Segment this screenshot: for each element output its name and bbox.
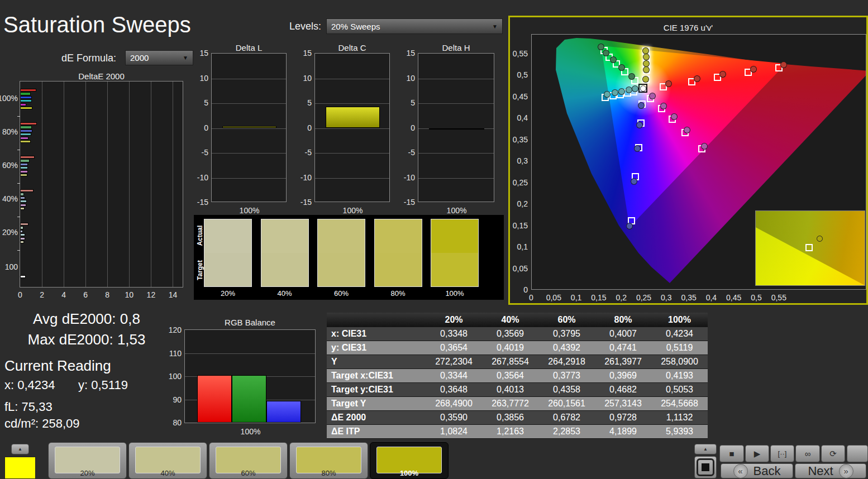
gridline [315,103,389,104]
cie-diagram-panel: CIE 1976 u'v' 0,550,50,450,40,350,30,250… [508,16,868,305]
scroll-up-button[interactable]: ▲ [11,444,29,454]
levels-dropdown[interactable]: 20% Sweeps ▼ [326,18,503,34]
x-label: 100% [315,206,390,215]
panel-up-button[interactable]: ▲ [694,444,717,454]
back-button[interactable]: « Back [721,463,793,478]
play-button[interactable]: ▶ [745,445,769,462]
delta-bar [429,128,484,130]
deltae-bar-40%-0 [20,189,34,192]
target-row-label: Target [196,256,204,284]
y-tick: -10 [396,173,415,182]
table-cell: 0,3590 [426,411,482,424]
deltae-bar-20%-1 [20,226,23,229]
gridline [212,153,286,154]
de-formula-dropdown[interactable]: 2000 ▼ [125,50,193,65]
cie-y-tick: 0,25 [508,178,528,187]
gridline [315,79,389,79]
range-button[interactable]: [··] [770,445,794,462]
table-cell: 0,4682 [595,383,651,396]
table-cell: 0,3795 [538,327,595,341]
y-tick: 5 [293,98,312,107]
cie-title: CIE 1976 u'v' [510,23,866,32]
patch-button-label: 80% [290,469,368,477]
deltae-bar-40%-4 [20,204,26,207]
deltae-bar-80%-0 [20,122,37,125]
deltae-bar-100%-0 [20,89,36,92]
y-tick: -15 [293,198,312,207]
cie-y-tick: 0,45 [508,92,528,101]
y-tick: -15 [396,198,415,207]
gridline [185,353,315,354]
y-tick: -5 [396,148,415,157]
patch-button-label: 100% [370,469,448,477]
table-row-label: ΔE ITP [327,425,426,438]
cie-x-tick: 0 [520,293,542,302]
table-column-header: 40% [482,313,538,327]
patch-button-60%[interactable]: 60% [209,442,288,479]
gridline [418,178,494,179]
patch-button-100%[interactable]: 100% [370,442,449,479]
target-color [261,253,308,286]
table-cell: 5,9393 [651,425,708,438]
cie-x-tick: 0,55 [767,293,790,302]
y-tick: 80 [163,418,182,427]
cie-y-tick: 0,55 [508,49,528,58]
table-cell: 254,5668 [651,397,708,410]
cie-x-tick: 0,1 [565,293,588,302]
table-cell: 2,2853 [538,425,595,438]
axis-tick [17,183,20,184]
x-tick: 8 [99,290,116,299]
y-tick: 10 [293,74,312,83]
table-column-header: 100% [651,313,708,327]
stop-button[interactable]: ■ [719,445,744,462]
table-cell: 0,3344 [426,369,482,382]
deltae-chart-title: DeltaE 2000 [20,71,183,81]
compare-swatch-60% [317,219,365,287]
next-button[interactable]: Next » [795,463,866,478]
table-cell: 0,3773 [538,369,595,382]
blank-button[interactable] [847,445,868,462]
back-button-label: Back [753,464,781,478]
page-title: Saturation Sweeps [3,12,191,37]
table-cell: 1,0824 [426,425,482,438]
infinity-button[interactable]: ∞ [795,445,820,462]
table-cell: 0,4358 [538,383,595,396]
delta-bar [222,126,276,128]
patch-button-40%[interactable]: 40% [128,442,207,479]
table-header-row: 20%40%60%80%100% [327,313,708,327]
rgb-balance-chart: 1201101009080100% [184,329,316,423]
table-row-label: Target Y [327,397,426,410]
y-tick: 120 [163,325,182,334]
table-row-label: Target x:CIE31 [327,369,426,382]
deltae-bar-100%-5 [20,107,32,109]
play-icon: ▶ [754,449,761,459]
compare-swatch-20% [204,219,252,287]
y-tick: 0 [396,123,415,132]
table-column-header: 80% [595,313,651,327]
gridline [212,103,286,104]
table-cell: 0,5053 [651,383,708,396]
x-tick: 0 [12,290,28,299]
cie-x-tick: 0,15 [588,293,610,302]
axis-tick [17,217,20,217]
table-row: Target y:CIE310,36480,40130,43580,46820,… [327,383,708,397]
deltae-bar-60%-0 [20,156,35,159]
gridline [129,82,130,287]
de-formula-label: dE Formula: [61,52,116,64]
deltae-bar-20%-2 [20,230,23,233]
range-icon: [··] [778,449,787,458]
deltae-bar-20%-3 [20,233,25,236]
table-cell: 1,1132 [651,411,708,424]
table-row-label: y: CIE31 [327,341,426,355]
compare-label: 80% [374,289,422,298]
stop-icon: ■ [729,449,734,458]
refresh-button[interactable]: ⟳ [821,445,845,462]
table-cell: 0,3564 [482,369,538,382]
patch-button-20%[interactable]: 20% [48,442,127,479]
cie-x-tick: 0,45 [723,293,745,302]
patch-window-button[interactable] [694,456,717,478]
cie-y-tick: 0,35 [508,135,528,144]
table-row-label: ΔE 2000 [327,411,426,424]
patch-button-80%[interactable]: 80% [289,442,368,479]
up-arrow-icon: ▲ [18,447,22,452]
